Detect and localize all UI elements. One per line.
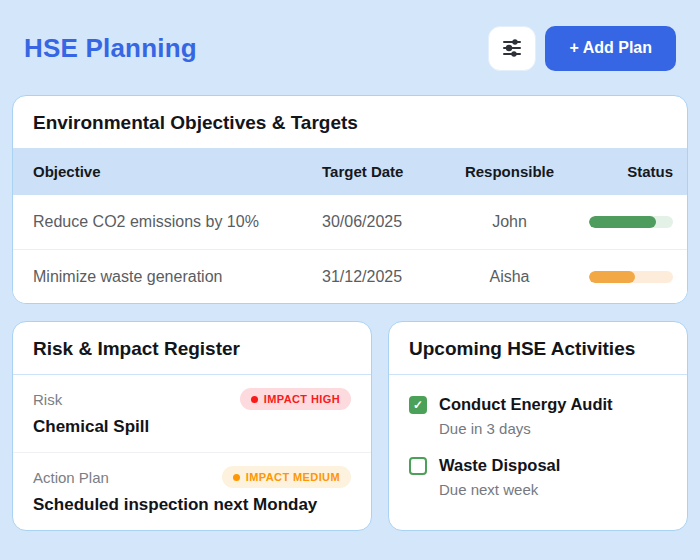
activity-item: Waste Disposal Due next week	[409, 456, 667, 498]
objective-cell: Reduce CO2 emissions by 10%	[13, 213, 322, 231]
risk-card-title: Risk & Impact Register	[13, 322, 371, 375]
activity-checkbox[interactable]	[409, 396, 427, 414]
progress-bar-fill	[589, 216, 656, 228]
target-date-cell: 30/06/2025	[322, 213, 442, 231]
badge-dot	[233, 474, 240, 481]
action-plan-section: Action Plan IMPACT MEDIUM Scheduled insp…	[13, 452, 371, 530]
progress-bar-fill	[589, 271, 635, 283]
bottom-cards: Risk & Impact Register Risk IMPACT HIGH …	[12, 321, 688, 531]
risk-value: Chemical Spill	[33, 417, 351, 437]
impact-high-badge: IMPACT HIGH	[240, 388, 351, 410]
activities-list: Conduct Energy Audit Due in 3 days Waste…	[389, 375, 687, 514]
objectives-table-header: Objective Target Date Responsible Status	[13, 148, 687, 195]
add-plan-button[interactable]: + Add Plan	[545, 26, 676, 71]
badge-label: IMPACT HIGH	[264, 393, 340, 405]
page-title: HSE Planning	[24, 33, 197, 64]
action-plan-label: Action Plan	[33, 469, 109, 486]
target-date-cell: 31/12/2025	[322, 268, 442, 286]
badge-label: IMPACT MEDIUM	[246, 471, 340, 483]
objective-row: Reduce CO2 emissions by 10% 30/06/2025 J…	[13, 195, 687, 249]
column-header-objective: Objective	[13, 163, 322, 180]
activity-due: Due next week	[439, 481, 667, 498]
objectives-card: Environmental Objectives & Targets Objec…	[12, 95, 688, 304]
objective-cell: Minimize waste generation	[13, 268, 322, 286]
topbar-actions: + Add Plan	[488, 26, 676, 71]
objective-row: Minimize waste generation 31/12/2025 Ais…	[13, 249, 687, 303]
sliders-icon	[500, 36, 524, 60]
activity-item: Conduct Energy Audit Due in 3 days	[409, 395, 667, 437]
column-header-responsible: Responsible	[442, 163, 577, 180]
column-header-target-date: Target Date	[322, 163, 442, 180]
risk-register-card: Risk & Impact Register Risk IMPACT HIGH …	[12, 321, 372, 531]
activity-due: Due in 3 days	[439, 420, 667, 437]
activity-label: Waste Disposal	[439, 456, 560, 475]
risk-section: Risk IMPACT HIGH Chemical Spill	[13, 375, 371, 452]
progress-bar-track	[589, 271, 673, 283]
column-header-status: Status	[577, 163, 687, 180]
progress-bar-track	[589, 216, 673, 228]
status-cell	[577, 271, 687, 283]
badge-dot	[251, 396, 258, 403]
objectives-card-title: Environmental Objectives & Targets	[13, 96, 687, 148]
action-plan-value: Scheduled inspection next Monday	[33, 495, 351, 515]
activity-row[interactable]: Conduct Energy Audit	[409, 395, 667, 414]
top-bar: HSE Planning + Add Plan	[24, 25, 676, 71]
risk-label: Risk	[33, 391, 62, 408]
activity-row[interactable]: Waste Disposal	[409, 456, 667, 475]
responsible-cell: John	[442, 213, 577, 231]
responsible-cell: Aisha	[442, 268, 577, 286]
activities-card: Upcoming HSE Activities Conduct Energy A…	[388, 321, 688, 531]
activity-label: Conduct Energy Audit	[439, 395, 613, 414]
status-cell	[577, 216, 687, 228]
impact-medium-badge: IMPACT MEDIUM	[222, 466, 351, 488]
activity-checkbox[interactable]	[409, 457, 427, 475]
activities-card-title: Upcoming HSE Activities	[389, 322, 687, 375]
filter-button[interactable]	[488, 26, 536, 71]
